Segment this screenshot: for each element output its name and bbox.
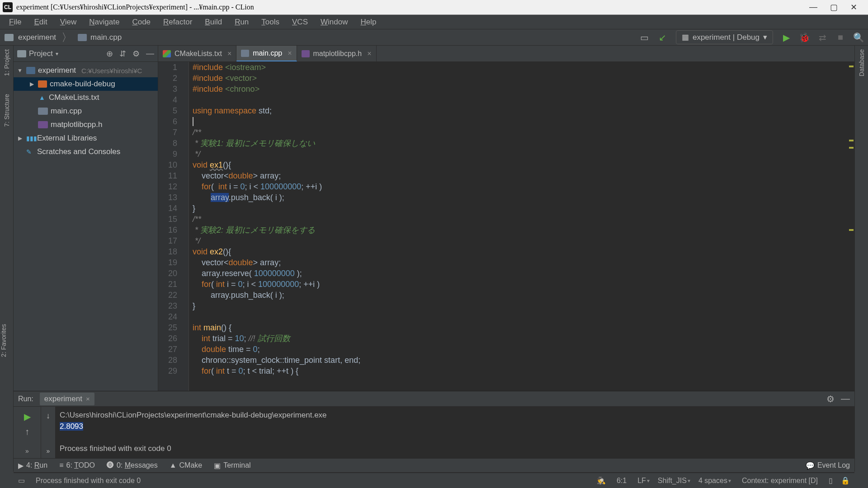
target-icon[interactable]: ⊕ bbox=[106, 49, 113, 59]
hide-icon[interactable]: — bbox=[146, 49, 154, 59]
more-icon[interactable]: » bbox=[25, 447, 29, 455]
status-window-icon[interactable]: ▭ bbox=[18, 476, 25, 485]
tree-item[interactable]: ▲CMakeLists.txt bbox=[14, 91, 158, 104]
run-config-selector[interactable]: ▦ experiment | Debug ▾ bbox=[676, 30, 773, 44]
close-icon[interactable]: × bbox=[288, 49, 292, 57]
toolwindow-tab-project[interactable]: 1: Project bbox=[3, 49, 10, 76]
tree-item[interactable]: ▶cmake-build-debug bbox=[14, 77, 158, 91]
breadcrumb-separator: 〉 bbox=[61, 30, 72, 45]
tree-root[interactable]: ▼ experiment C:¥Users¥hiroshi¥C bbox=[14, 64, 158, 77]
menu-window[interactable]: Window bbox=[314, 16, 354, 28]
status-encoding[interactable]: Shift_JIS▾ bbox=[658, 477, 690, 485]
h-file-icon bbox=[302, 50, 310, 57]
project-folder-icon bbox=[26, 67, 35, 74]
rerun-icon[interactable]: ▶ bbox=[24, 411, 31, 422]
breadcrumb-project[interactable]: experiment bbox=[18, 33, 56, 42]
tree-root-path: C:¥Users¥hiroshi¥C bbox=[81, 67, 142, 75]
tree-item[interactable]: main.cpp bbox=[14, 104, 158, 118]
collapse-icon[interactable]: ⇵ bbox=[119, 49, 126, 59]
event-log-button[interactable]: 💬Event Log bbox=[806, 461, 850, 470]
status-indent[interactable]: 4 spaces▾ bbox=[698, 477, 731, 485]
error-stripe[interactable] bbox=[848, 62, 854, 391]
hide-icon[interactable]: — bbox=[841, 394, 850, 404]
code-editor[interactable]: 1234567891011121314151617181920212223242… bbox=[158, 62, 854, 391]
menu-run[interactable]: Run bbox=[228, 16, 255, 28]
toolwindow-tab-database[interactable]: Database bbox=[858, 49, 865, 76]
chevron-down-icon: ▾ bbox=[763, 33, 767, 42]
chevron-down-icon[interactable]: ▾ bbox=[56, 51, 58, 57]
menu-edit[interactable]: Edit bbox=[28, 16, 53, 28]
window-controls: — ▢ ✕ bbox=[801, 2, 865, 12]
cmake-file-icon bbox=[163, 50, 171, 57]
right-toolwindow-bar: Database bbox=[854, 46, 868, 472]
gear-icon[interactable]: ⚙ bbox=[826, 394, 835, 404]
left-toolwindow-bar: 1: Project 7: Structure bbox=[0, 46, 14, 472]
monitor-icon[interactable]: ▭ bbox=[640, 33, 650, 42]
run-icon[interactable]: ▶ bbox=[781, 33, 791, 42]
window-title: experiment [C:¥Users¥hiroshi¥CLionProjec… bbox=[16, 3, 801, 11]
project-header-label[interactable]: Project bbox=[29, 49, 53, 58]
maximize-icon[interactable]: ▢ bbox=[830, 2, 838, 12]
run-config-label: experiment | Debug bbox=[693, 33, 760, 42]
down-icon[interactable]: ↓ bbox=[46, 411, 50, 421]
run-tab-label: experiment bbox=[44, 394, 82, 404]
bottom-tab[interactable]: ▲CMake bbox=[170, 461, 203, 469]
inspection-icon[interactable]: 🕵 bbox=[597, 476, 606, 485]
h-icon bbox=[38, 121, 48, 128]
run-output[interactable]: C:\Users\hiroshi\CLionProjects\experimen… bbox=[55, 407, 854, 458]
menu-build[interactable]: Build bbox=[198, 16, 228, 28]
menu-file[interactable]: File bbox=[3, 16, 28, 28]
run-panel: Run: experiment × ⚙ — ▶ ↑ » ↓ » C:\Users… bbox=[14, 391, 854, 458]
memory-icon[interactable]: ▯ bbox=[829, 476, 833, 485]
cpp-file-icon bbox=[241, 50, 249, 57]
build-icon[interactable]: ↙ bbox=[658, 33, 668, 42]
debug-icon[interactable]: 🐞 bbox=[799, 33, 809, 42]
tab-icon: ≡ bbox=[59, 461, 63, 469]
editor-tab[interactable]: CMakeLists.txt× bbox=[158, 46, 236, 61]
more2-icon[interactable]: » bbox=[47, 447, 50, 455]
menu-view[interactable]: View bbox=[54, 16, 83, 28]
menu-refactor[interactable]: Refactor bbox=[157, 16, 198, 28]
bottom-tab[interactable]: ▣Terminal bbox=[214, 461, 250, 470]
close-icon[interactable]: × bbox=[367, 50, 371, 58]
editor-tab[interactable]: matplotlibcpp.h× bbox=[297, 46, 377, 61]
close-icon[interactable]: ✕ bbox=[850, 2, 857, 12]
stop-icon[interactable]: ■ bbox=[835, 33, 845, 42]
code-text[interactable]: #include <iostream> #include <vector> #i… bbox=[189, 62, 854, 391]
run-toolbar: ▶ ↑ » bbox=[14, 407, 41, 458]
bottom-tab[interactable]: ▶4: Run bbox=[18, 461, 47, 470]
menu-help[interactable]: Help bbox=[354, 16, 382, 28]
menu-vcs[interactable]: VCS bbox=[286, 16, 314, 28]
toolwindow-tab-favorites-wrapper: 2: Favorites bbox=[0, 324, 14, 357]
tab-icon: ▶ bbox=[18, 461, 24, 470]
tree-item[interactable]: matplotlibcpp.h bbox=[14, 118, 158, 131]
project-pane: Project ▾ ⊕ ⇵ ⚙ — ▼ experiment C:¥Users¥… bbox=[14, 46, 158, 391]
tree-external-libraries[interactable]: ▶ ▮▮▮ External Libraries bbox=[14, 131, 158, 145]
status-bar: ▭ Process finished with exit code 0 🕵 6:… bbox=[14, 473, 854, 488]
bottom-tab[interactable]: ⓿0: Messages bbox=[107, 461, 158, 469]
attach-icon[interactable]: ⇄ bbox=[817, 33, 827, 42]
minimize-icon[interactable]: — bbox=[809, 2, 817, 12]
toolwindow-tab-favorites[interactable]: 2: Favorites bbox=[0, 324, 7, 357]
menu-code[interactable]: Code bbox=[126, 16, 157, 28]
run-tab[interactable]: experiment × bbox=[40, 393, 94, 405]
bottom-tab[interactable]: ≡6: TODO bbox=[59, 461, 95, 469]
close-icon[interactable]: × bbox=[86, 395, 90, 403]
gear-icon[interactable]: ⚙ bbox=[132, 49, 140, 59]
status-context[interactable]: Context: experiment [D] bbox=[739, 477, 821, 485]
breadcrumb-file[interactable]: main.cpp bbox=[90, 33, 122, 42]
close-icon[interactable]: × bbox=[227, 50, 231, 58]
menu-navigate[interactable]: Navigate bbox=[83, 16, 126, 28]
speech-icon: 💬 bbox=[806, 461, 815, 470]
status-line-sep[interactable]: LF▾ bbox=[637, 477, 650, 485]
tree-scratches[interactable]: ✎ Scratches and Consoles bbox=[14, 145, 158, 159]
editor-tab[interactable]: main.cpp× bbox=[236, 46, 297, 61]
up-icon[interactable]: ↑ bbox=[25, 427, 29, 437]
menu-tools[interactable]: Tools bbox=[255, 16, 286, 28]
search-icon[interactable]: 🔍 bbox=[854, 33, 863, 42]
tab-icon: ▣ bbox=[214, 461, 221, 470]
toolwindow-tab-structure[interactable]: 7: Structure bbox=[3, 94, 10, 127]
lock-icon[interactable]: 🔒 bbox=[841, 476, 850, 485]
editor-area: CMakeLists.txt×main.cpp×matplotlibcpp.h×… bbox=[158, 46, 854, 391]
status-line-col[interactable]: 6:1 bbox=[614, 477, 629, 485]
